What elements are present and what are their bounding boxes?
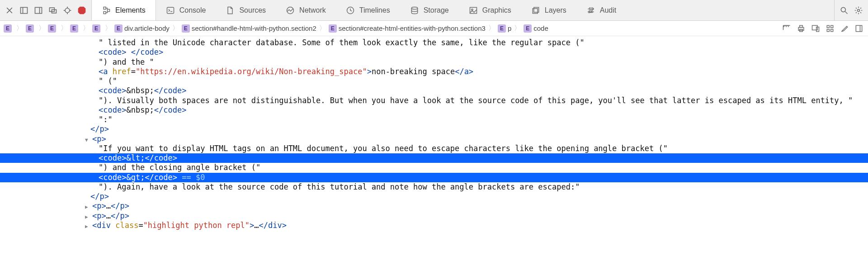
dom-text-node[interactable]: ") and the " <box>0 57 868 67</box>
text: "If you want to display HTML tags on an … <box>99 144 668 153</box>
svg-point-19 <box>411 7 417 9</box>
tab-timelines[interactable]: Timelines <box>336 0 400 20</box>
close-tag: </div> <box>259 221 287 230</box>
text: ") and the " <box>99 57 154 66</box>
crumb[interactable]: E section#create-html-entities-with-pyth… <box>329 24 486 33</box>
open-tag: <div <box>92 221 115 230</box>
crumb[interactable]: E p <box>498 24 511 33</box>
tab-console[interactable]: Console <box>156 0 216 20</box>
tab-elements[interactable]: Elements <box>91 0 156 20</box>
dom-node-p-collapsed[interactable]: <p>…</p> <box>0 211 868 221</box>
target-icon[interactable] <box>61 5 73 16</box>
chevron-right-icon: 〉 <box>105 24 112 33</box>
svg-rect-2 <box>35 7 42 13</box>
gear-icon[interactable] <box>853 5 864 16</box>
dom-text-node[interactable]: ") and the closing angle bracket (" <box>0 163 868 172</box>
dom-close-p[interactable]: </p> <box>0 192 868 201</box>
right-panel-icon[interactable] <box>33 5 44 16</box>
text: "). Visually both spaces are not disting… <box>99 96 853 105</box>
dom-node-p[interactable]: <p> <box>0 134 868 144</box>
chevron-right-icon: 〉 <box>172 24 179 33</box>
crumb[interactable]: E div.article-body <box>114 24 170 33</box>
breadcrumb: E 〉 E 〉 E 〉 E 〉 E 〉 E div.article-body 〉… <box>4 24 776 33</box>
dom-text-node[interactable]: "). Again, have a look at the source cod… <box>0 182 868 192</box>
disclosure-triangle-icon[interactable] <box>85 134 90 144</box>
tab-sources[interactable]: Sources <box>216 0 276 20</box>
dom-text-node[interactable]: ":" <box>0 115 868 124</box>
print-icon[interactable] <box>796 23 807 34</box>
svg-rect-13 <box>104 11 106 14</box>
crumb[interactable]: E section#handle-html-with-python.sectio… <box>182 24 316 33</box>
ruler-icon[interactable] <box>781 23 792 34</box>
crumb-label: div.article-body <box>124 24 170 32</box>
tab-storage[interactable]: Storage <box>400 0 459 20</box>
tab-graphics[interactable]: Graphics <box>459 0 521 20</box>
chevron-right-icon: 〉 <box>514 24 521 33</box>
dom-tree[interactable]: " listed in the Unicode character databa… <box>0 36 868 230</box>
crumb-label: p <box>508 24 511 32</box>
close-icon[interactable] <box>4 5 15 16</box>
text: &gt; <box>126 173 145 182</box>
dom-close-p[interactable]: </p> <box>0 124 868 134</box>
element-badge-icon: E <box>70 24 78 33</box>
crumb[interactable]: E <box>26 24 36 33</box>
crumb[interactable]: E <box>70 24 80 33</box>
close-tag: </code> <box>131 48 164 57</box>
device-icon[interactable] <box>810 23 821 34</box>
tab-layers[interactable]: Layers <box>521 0 576 20</box>
attr: class <box>115 221 138 230</box>
chevron-right-icon: 〉 <box>38 24 45 33</box>
chevron-right-icon: 〉 <box>83 24 90 33</box>
text: &lt; <box>126 153 145 162</box>
dom-node-code-selected[interactable]: <code>&lt;</code> <box>0 153 868 163</box>
crumb[interactable]: E <box>4 24 14 33</box>
close-tag: </p> <box>90 192 109 201</box>
dom-node-p-collapsed[interactable]: <p>…</p> <box>0 201 868 211</box>
stop-icon[interactable] <box>76 5 88 16</box>
tab-audit[interactable]: Audit <box>576 0 626 20</box>
grid-icon[interactable] <box>825 23 835 34</box>
svg-point-24 <box>841 7 845 12</box>
text: ") and the closing angle bracket (" <box>99 163 260 172</box>
close-tag: </code> <box>145 173 177 182</box>
dom-node-code[interactable]: <code>&nbsp;</code> <box>0 105 868 115</box>
dom-node-a[interactable]: <a href="https://en.wikipedia.org/wiki/N… <box>0 67 868 76</box>
dom-text-node[interactable]: " listed in the Unicode character databa… <box>0 38 868 48</box>
search-icon[interactable] <box>838 5 850 16</box>
left-panel-icon[interactable] <box>18 5 30 16</box>
ellipsis: … <box>106 211 111 220</box>
toolbar-right <box>834 0 868 20</box>
brush-icon[interactable] <box>839 23 850 34</box>
disclosure-triangle-icon[interactable] <box>85 211 90 221</box>
element-badge-icon: E <box>48 24 56 33</box>
dom-node-code[interactable]: <code> </code> <box>0 48 868 57</box>
dom-text-node[interactable]: "If you want to display HTML tags on an … <box>0 144 868 153</box>
open-tag: <code> <box>99 48 126 57</box>
devtools-tabbar: Elements Console Sources Network Timelin… <box>0 0 868 21</box>
open-tag: <p> <box>92 134 106 143</box>
crumb[interactable]: E <box>48 24 58 33</box>
crumb[interactable]: E <box>92 24 102 33</box>
dom-node-code-selected[interactable]: <code>&gt;</code> == $0 <box>0 173 868 182</box>
svg-rect-14 <box>108 9 110 11</box>
dom-text-node[interactable]: "). Visually both spaces are not disting… <box>0 96 868 105</box>
tab-label: Elements <box>115 6 146 14</box>
open-tag: <code> <box>99 173 126 182</box>
crumb[interactable]: E code <box>524 24 548 33</box>
tab-network[interactable]: Network <box>276 0 336 20</box>
open-tag: <p> <box>92 201 106 210</box>
disclosure-triangle-icon[interactable] <box>85 201 90 211</box>
tab-label: Network <box>299 6 326 14</box>
text: &nbsp; <box>126 105 154 114</box>
close-tag: </a> <box>455 67 473 76</box>
sidebar-toggle-icon[interactable] <box>854 23 864 34</box>
dom-text-node[interactable]: " (" <box>0 76 868 86</box>
close-tag: </p> <box>111 201 129 210</box>
dom-node-code[interactable]: <code>&nbsp;</code> <box>0 86 868 95</box>
disclosure-triangle-icon[interactable] <box>85 221 90 230</box>
open-tag: <a <box>99 67 113 76</box>
dock-icon[interactable] <box>47 5 59 16</box>
dom-node-div-collapsed[interactable]: <div class="highlight python repl">…</di… <box>0 221 868 230</box>
open-tag: <code> <box>99 153 126 162</box>
chevron-right-icon: 〉 <box>319 24 326 33</box>
